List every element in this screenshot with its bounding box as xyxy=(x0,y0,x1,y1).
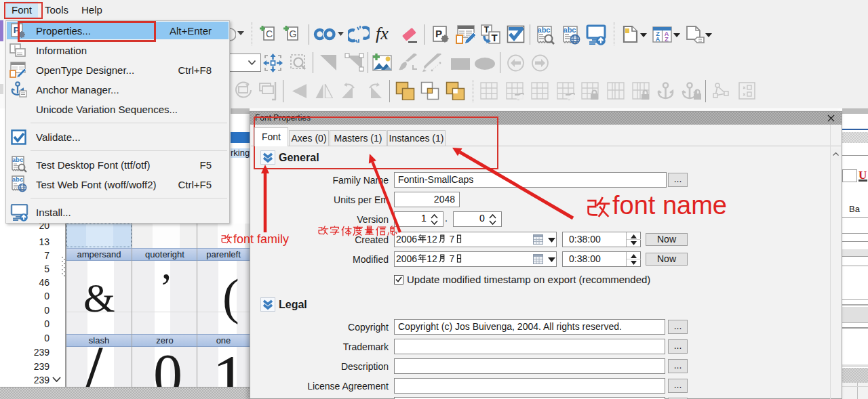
svg-text:P: P xyxy=(435,28,442,39)
svg-text:abc: abc xyxy=(538,26,551,34)
svg-text:abc: abc xyxy=(12,175,23,183)
svg-text:G: G xyxy=(290,28,297,39)
svg-text:Z: Z xyxy=(665,36,669,43)
svg-text:abc: abc xyxy=(12,156,23,163)
svg-text:A: A xyxy=(656,36,660,43)
svg-text:T: T xyxy=(491,32,497,43)
svg-text:C: C xyxy=(266,28,273,39)
svg-text:abc: abc xyxy=(564,26,576,34)
